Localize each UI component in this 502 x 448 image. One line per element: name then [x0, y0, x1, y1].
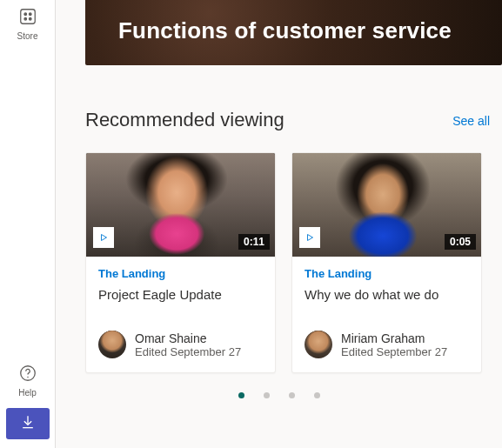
video-title: Why we do what we do: [305, 287, 469, 320]
avatar: [305, 331, 332, 358]
recommended-heading: Recommended viewing: [85, 109, 284, 131]
svg-point-6: [27, 377, 28, 378]
video-thumbnail: 0:11: [86, 153, 275, 257]
play-icon: [93, 227, 114, 248]
video-duration: 0:05: [445, 234, 476, 250]
left-rail: Store Help: [0, 0, 56, 448]
carousel-dot[interactable]: [314, 392, 320, 398]
hero-banner[interactable]: Functions of customer service: [85, 0, 502, 65]
recommended-section: Recommended viewing See all 0:11 The Lan…: [56, 65, 502, 398]
help-rail-item[interactable]: Help: [15, 360, 41, 401]
svg-point-2: [29, 13, 31, 16]
carousel-dot[interactable]: [238, 392, 244, 398]
video-title: Project Eagle Update: [98, 287, 263, 320]
video-site-link[interactable]: The Landing: [98, 267, 263, 280]
help-icon: [18, 364, 37, 386]
store-icon: [18, 7, 37, 30]
main-content: Functions of customer service Recommende…: [56, 0, 502, 448]
avatar: [98, 331, 126, 358]
hero-title: Functions of customer service: [118, 17, 452, 44]
video-edited: Edited September 27: [341, 345, 447, 358]
svg-rect-0: [20, 10, 35, 24]
svg-point-3: [23, 17, 26, 20]
store-label: Store: [17, 31, 38, 41]
recommended-cards: 0:11 The Landing Project Eagle Update Om…: [85, 152, 502, 373]
help-label: Help: [18, 388, 37, 398]
svg-point-4: [29, 17, 31, 20]
video-edited: Edited September 27: [135, 345, 241, 358]
see-all-link[interactable]: See all: [452, 114, 490, 128]
store-rail-item[interactable]: Store: [14, 3, 42, 44]
video-author: Omar Shaine: [135, 331, 241, 345]
video-site-link[interactable]: The Landing: [305, 267, 469, 280]
carousel-dot[interactable]: [264, 392, 270, 398]
download-icon: [19, 413, 37, 434]
video-duration: 0:11: [238, 234, 270, 250]
carousel-dots: [56, 392, 502, 398]
video-card[interactable]: 0:05 The Landing Why we do what we do Mi…: [291, 152, 482, 373]
download-button[interactable]: [6, 408, 50, 439]
carousel-dot[interactable]: [289, 392, 295, 398]
video-card[interactable]: 0:11 The Landing Project Eagle Update Om…: [85, 152, 276, 373]
svg-point-1: [23, 13, 26, 16]
play-icon: [299, 227, 320, 248]
video-author: Miriam Graham: [341, 331, 447, 345]
video-thumbnail: 0:05: [292, 153, 481, 257]
